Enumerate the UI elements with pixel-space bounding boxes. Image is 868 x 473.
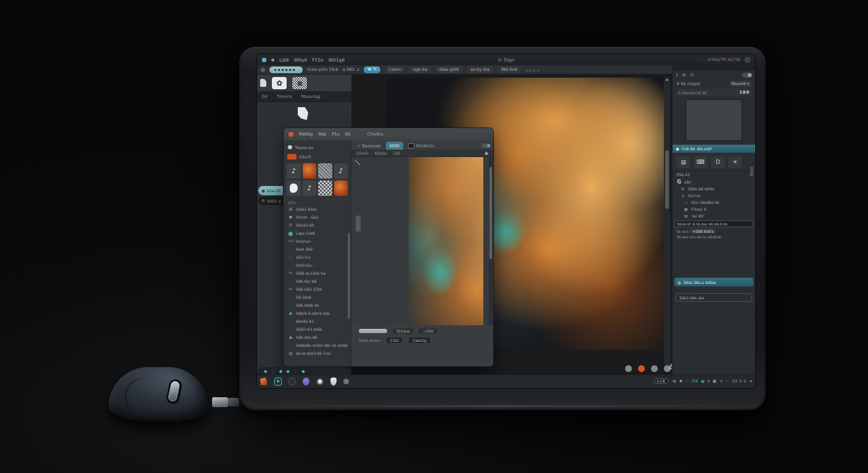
brush-list-item[interactable]: ✎ S6l6 ss.s3s6 6o <box>284 269 351 277</box>
color-dot[interactable] <box>625 365 632 372</box>
back-arrow-icon[interactable]: ◀ <box>672 378 676 384</box>
flower-stamp-tool[interactable]: ✿ <box>272 77 287 89</box>
close-button[interactable] <box>289 132 293 137</box>
pattern-tool[interactable]: ▩ <box>292 77 307 89</box>
panel-toggle-switch[interactable] <box>742 73 752 78</box>
brush-list-item[interactable]: ♟ S6b 6ss-d6 <box>284 333 351 341</box>
brush-list-item[interactable]: ✱ St1nb - Ga1 <box>284 213 351 221</box>
window-controls[interactable]: – · <box>698 57 703 62</box>
brush-thumbnail[interactable] <box>287 180 301 196</box>
menu-edit[interactable]: W0y6 <box>294 57 307 63</box>
brush-thumbnail[interactable]: ♪ <box>303 180 317 196</box>
brush-list-item[interactable]: Ss6ss6s ss3ss s6s-3s ssss6 <box>284 341 351 349</box>
subtab-3[interactable]: 1S6 <box>393 151 400 155</box>
tab-masurlag[interactable]: Masurlag <box>301 94 321 99</box>
eye-icon[interactable]: ◉ <box>485 151 488 156</box>
menu-window[interactable]: W01g6 <box>329 57 345 63</box>
toolbar-button-5[interactable]: W6 tln6 <box>497 67 521 73</box>
brush-list-item[interactable]: 6ss/6s 61 <box>284 317 351 325</box>
tail-row[interactable]: S6-6ss sss-s6 ss-s6s6s6 <box>673 234 755 240</box>
brush-thumbnail[interactable] <box>334 180 348 196</box>
preview-handle[interactable] <box>356 216 361 232</box>
brush-thumbnail[interactable] <box>318 163 332 179</box>
panel-toggle[interactable] <box>481 144 491 148</box>
search-field[interactable]: ↻ bsrsssr16 6¢ 180 <box>676 89 752 96</box>
brush-list-item[interactable]: Gst3-Go - <box>284 261 351 269</box>
toolbar-mini-icons[interactable]: ▫▫▫▫ · <box>525 68 545 72</box>
outlined-action-row[interactable]: S6s3 66s dss <box>676 293 752 302</box>
canvas-vertical-scrollbar[interactable] <box>664 76 670 371</box>
user-row[interactable]: ☻ Tsazss-bo <box>284 143 351 152</box>
tab-preview[interactable]: W1dAv1s <box>404 142 438 150</box>
layer-thumbnail[interactable] <box>686 100 742 140</box>
tab-checked[interactable]: ✓ Bazassep <box>354 142 385 150</box>
bottle-icon[interactable] <box>330 378 337 386</box>
brush-list-item[interactable]: ◌ S61r3-s <box>284 253 351 261</box>
brush-thumbnail[interactable] <box>318 180 332 196</box>
brush-list-item[interactable]: ◍ s6-ss s6s3 66 3 ss <box>284 349 351 357</box>
toolbar-button-1[interactable]: Czesn <box>385 67 404 73</box>
frame-icon[interactable] <box>274 378 282 386</box>
brush-list-item[interactable]: ◆ S6b/6 6-s6s'6 ss6 <box>284 309 351 317</box>
swirl-icon[interactable] <box>289 378 296 386</box>
confirm-button[interactable]: Cass1g <box>408 337 430 344</box>
brush-list-item[interactable]: 10:2 Ununun <box>284 237 351 245</box>
panel-tool-button[interactable]: D <box>711 156 725 168</box>
tree-item[interactable]: B S80s-68 s6l6s <box>673 185 755 192</box>
percent-button[interactable]: ~(50) <box>419 328 437 334</box>
brush-thumbnail[interactable] <box>303 163 317 179</box>
status-button[interactable]: St1dus <box>393 328 413 334</box>
active-action-row[interactable]: ◍ S6ss S6s.s dz6ss <box>674 278 753 286</box>
status-glyph-icon[interactable]: ▾ <box>708 379 710 384</box>
color-swatch[interactable] <box>287 154 297 160</box>
paper-tool-icon[interactable] <box>260 79 266 87</box>
brush-thumbnail[interactable]: ♪ <box>287 163 301 179</box>
brush-list-item[interactable]: S66 6sr 66 <box>284 277 351 285</box>
swatch-row[interactable]: G5ss5 <box>284 152 351 161</box>
purple-blob-icon[interactable] <box>303 378 309 386</box>
view-mode-button[interactable]: ❖ ✎ <box>364 67 380 73</box>
menu-view[interactable]: F15n <box>312 57 324 63</box>
tree-item[interactable]: G e8c' <box>673 179 755 185</box>
toolbar-menu-icon[interactable] <box>261 68 265 72</box>
toolbar-button-2[interactable]: ngb-6a <box>409 67 431 73</box>
toolbar-button-3[interactable]: di6a gid9 <box>435 67 462 73</box>
brush-list-scrollbar[interactable] <box>348 233 350 319</box>
color-dot[interactable] <box>638 365 645 372</box>
highlighted-row[interactable]: S6s6-6I'-6 (6-6ss 66 66-6 6s <box>674 220 753 227</box>
image-preview[interactable] <box>351 157 493 325</box>
cancel-button[interactable]: C1kl <box>386 337 403 344</box>
brush-list-item[interactable]: ● Laps Gat6 <box>284 229 351 237</box>
status-glyph-icon[interactable]: ▣ <box>713 379 716 384</box>
tree-item[interactable]: ▭ S6s'-S6s66s's6 <box>673 199 755 206</box>
account-button[interactable] <box>745 57 750 63</box>
status-glyph-icon[interactable]: ∷ <box>686 379 688 384</box>
zoom-caret-icon[interactable]: ▾ <box>750 379 752 384</box>
brush-list-item[interactable]: Avst 306' <box>284 245 351 253</box>
paint-icon[interactable] <box>260 378 268 386</box>
panel-tool-button[interactable]: ✳ <box>728 156 742 168</box>
dialog-menu-3[interactable]: F5u <box>332 132 340 137</box>
dialog-menu-1[interactable]: Rbti0g <box>299 132 313 137</box>
brush-list-item[interactable]: S66 66t6 9s <box>284 301 351 309</box>
color-dot[interactable] <box>651 365 658 372</box>
mode-dropdown[interactable]: Kkusn6 ▾ <box>729 81 751 87</box>
status-glyph-icon[interactable]: ✳ <box>719 379 723 384</box>
tree-item[interactable]: d Ss/s'ss <box>673 192 755 199</box>
dialog-menu-4[interactable]: 6S <box>345 132 351 137</box>
quick-tools-pill[interactable]: ◆ ⋮ ◆ ◆ ⋮ ◆ <box>258 367 351 375</box>
tree-item[interactable]: ▦ S'6sss 6 <box>673 206 755 212</box>
status-glyph-icon[interactable]: ∷ <box>726 379 729 384</box>
dialog-titlebar[interactable]: Rbti0g 9dg F5u 6S Chbd6a <box>284 128 493 140</box>
panel-scrollbar[interactable] <box>750 166 753 176</box>
status-glyph-icon[interactable]: ©6 <box>691 379 698 384</box>
selected-chip[interactable]: +S66 6s6's <box>690 229 715 233</box>
preview-scrollbar[interactable] <box>489 157 493 325</box>
panel-tool-button[interactable]: ⌨ <box>694 156 708 168</box>
gray-dot-icon[interactable] <box>343 379 349 384</box>
brush-list-item[interactable]: ✏ S66 G61 S3ts <box>284 285 351 293</box>
brush-thumbnail[interactable]: ♪ <box>334 163 348 179</box>
toolbar-button-4[interactable]: as-by 6la <box>467 67 493 73</box>
subtab-2[interactable]: K0yba <box>375 151 387 155</box>
panel-header-icons[interactable]: 1 ⊕ © <box>676 73 695 78</box>
